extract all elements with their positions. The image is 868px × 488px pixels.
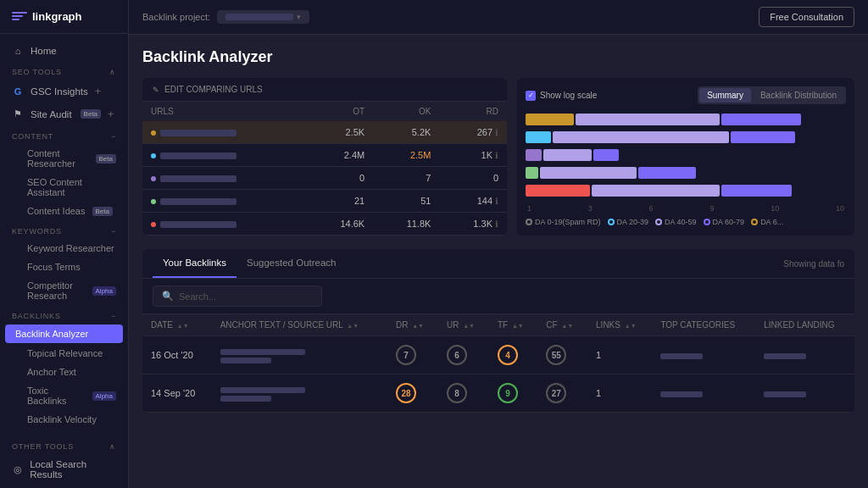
site-audit-add[interactable]: + xyxy=(108,108,114,120)
site-audit-badge: Beta xyxy=(81,109,101,119)
tab-your-backlinks[interactable]: Your Backlinks xyxy=(153,249,236,278)
backlink-top-categories xyxy=(652,374,755,413)
gsc-insights-label: GSC Insights xyxy=(31,86,88,97)
search-placeholder: Search... xyxy=(179,291,216,302)
legend-item: DA 20-39 xyxy=(608,218,649,226)
rd-cell: 0 xyxy=(439,167,507,190)
chart-bar-segment xyxy=(576,114,720,125)
content-ideas-badge: Beta xyxy=(92,207,113,216)
chart-bar-segment xyxy=(592,185,720,197)
url-redacted xyxy=(160,152,236,159)
backlinks-table: DATE ▲▼ ANCHOR TEXT / SOURCE URL ▲▼ DR ▲… xyxy=(142,314,854,413)
info-icon[interactable]: ℹ xyxy=(495,128,498,137)
sidebar-item-site-audit[interactable]: ⚑ Site Audit Beta + xyxy=(0,103,128,125)
backlink-table-row: 16 Oct '20764551 xyxy=(142,336,854,374)
info-icon[interactable]: ℹ xyxy=(495,151,498,160)
chart-bar-segment xyxy=(543,149,592,161)
sidebar-item-schema-creator[interactable]: ⟨⟩ Schema Creator xyxy=(0,485,128,488)
sidebar-item-home-label: Home xyxy=(31,46,57,56)
chart-legend: DA 0-19(Spam RD)DA 20-39DA 40-59DA 60-79… xyxy=(526,218,846,226)
logo[interactable]: linkgraph xyxy=(0,0,128,34)
ot-cell: 14.6K xyxy=(307,213,373,236)
legend-label: DA 0-19(Spam RD) xyxy=(535,218,601,226)
url-cell xyxy=(142,167,307,190)
legend-dot xyxy=(608,219,615,225)
chart-bar-segment xyxy=(540,167,636,179)
backlink-table-row: 14 Sep '202889271 xyxy=(142,374,854,413)
sidebar-item-home[interactable]: ⌂ Home xyxy=(0,41,128,61)
metric-tf-circle: 9 xyxy=(498,383,518,403)
chart-bar-segment xyxy=(526,149,542,161)
metric-ur-circle: 8 xyxy=(447,383,467,403)
url-cell xyxy=(142,190,307,213)
tab-suggested-outreach[interactable]: Suggested Outreach xyxy=(236,249,347,278)
bar-chart xyxy=(526,113,846,197)
chart-x-labels: 1 3 6 9 10 10 xyxy=(526,204,846,213)
search-wrapper[interactable]: 🔍 Search... xyxy=(153,286,322,307)
edit-comparing-urls-bar[interactable]: ✎ EDIT COMPARING URLS xyxy=(142,78,507,102)
chart-bar-segment xyxy=(593,149,619,161)
search-icon: 🔍 xyxy=(162,291,174,302)
info-icon[interactable]: ℹ xyxy=(495,219,498,229)
backlink-linked-landing xyxy=(755,336,854,374)
th-date: DATE ▲▼ xyxy=(142,314,212,336)
backlinks-tabs-bar: Your Backlinks Suggested Outreach Showin… xyxy=(142,249,854,279)
legend-dot xyxy=(526,219,532,225)
tab-backlink-distribution[interactable]: Backlink Distribution xyxy=(753,88,844,103)
sidebar-item-backlink-velocity[interactable]: Backlink Velocity xyxy=(0,410,128,429)
url-redacted xyxy=(160,175,236,182)
section-label-seo-tools: SEO TOOLS ∧ xyxy=(0,61,128,80)
sidebar-item-competitor-research[interactable]: Competitor Research Alpha xyxy=(0,276,128,305)
backlink-url-link[interactable] xyxy=(220,347,379,356)
url-table-row: 070 xyxy=(142,167,507,190)
legend-label: DA 60-79 xyxy=(713,218,745,226)
sidebar-item-keyword-researcher[interactable]: Keyword Researcher xyxy=(0,239,128,258)
ot-cell: 21 xyxy=(307,190,373,213)
tab-summary[interactable]: Summary xyxy=(699,88,751,103)
log-scale-checkbox[interactable]: ✓ xyxy=(526,91,536,101)
url-dot xyxy=(151,130,156,136)
sidebar-item-topical-relevance[interactable]: Topical Relevance xyxy=(0,344,128,363)
backlink-date: 14 Sep '20 xyxy=(142,374,212,413)
th-anchor-url: ANCHOR TEXT / SOURCE URL ▲▼ xyxy=(212,314,387,336)
gsc-insights-add[interactable]: + xyxy=(95,85,102,97)
backlink-url-link[interactable] xyxy=(220,385,379,394)
metric-cf-circle: 27 xyxy=(546,383,566,403)
sidebar-item-toxic-backlinks[interactable]: Toxic Backlinks Alpha xyxy=(0,381,128,410)
sidebar-item-seo-content-assistant[interactable]: SEO Content Assistant xyxy=(0,173,128,202)
url-table-row: 2.4M2.5M1Kℹ xyxy=(142,144,507,167)
toxic-backlinks-badge: Alpha xyxy=(92,391,116,401)
sidebar-item-content-researcher[interactable]: Content Researcher Beta xyxy=(0,144,128,173)
gsc-icon: G xyxy=(12,86,24,97)
url-cell xyxy=(142,213,307,236)
show-log-scale-control[interactable]: ✓ Show log scale xyxy=(526,91,597,101)
topbar: Backlink project: ▾ Free Consultation xyxy=(129,0,868,35)
info-icon[interactable]: ℹ xyxy=(495,197,498,206)
project-selector[interactable]: ▾ xyxy=(217,10,309,24)
metric-tf: 4 xyxy=(489,336,537,374)
sidebar-item-anchor-text[interactable]: Anchor Text xyxy=(0,363,128,381)
url-comparison-panel: ✎ EDIT COMPARING URLS URLS OT OK RD 2.5K… xyxy=(142,78,507,236)
th-ur: UR ▲▼ xyxy=(438,314,489,336)
chart-bar-row xyxy=(526,184,846,197)
sidebar-item-gsc-insights[interactable]: G GSC Insights + xyxy=(0,80,128,103)
chart-bar-segment xyxy=(526,167,538,179)
metric-dr-circle: 7 xyxy=(396,345,416,365)
sidebar-item-local-search[interactable]: ◎ Local Search Results xyxy=(0,454,128,485)
chart-bar-segment xyxy=(638,167,696,179)
top-section: ✎ EDIT COMPARING URLS URLS OT OK RD 2.5K… xyxy=(142,78,854,236)
page-title: Backlink Analyzer xyxy=(142,48,854,66)
sidebar-item-content-ideas[interactable]: Content Ideas Beta xyxy=(0,202,128,220)
content-researcher-badge: Beta xyxy=(96,154,116,164)
chart-panel: ✓ Show log scale Summary Backlink Distri… xyxy=(517,78,854,236)
metric-ur: 8 xyxy=(438,374,489,413)
sidebar-item-backlink-analyzer[interactable]: Backlink Analyzer xyxy=(5,324,123,343)
rd-cell: 144ℹ xyxy=(439,190,507,213)
sidebar-item-focus-terms[interactable]: Focus Terms xyxy=(0,258,128,276)
url-dot xyxy=(151,176,156,181)
backlinks-search-bar: 🔍 Search... xyxy=(142,279,854,314)
metric-cf: 27 xyxy=(537,374,587,413)
free-consultation-button[interactable]: Free Consultation xyxy=(759,7,854,27)
col-rd: RD xyxy=(439,102,507,121)
legend-dot xyxy=(751,219,758,225)
